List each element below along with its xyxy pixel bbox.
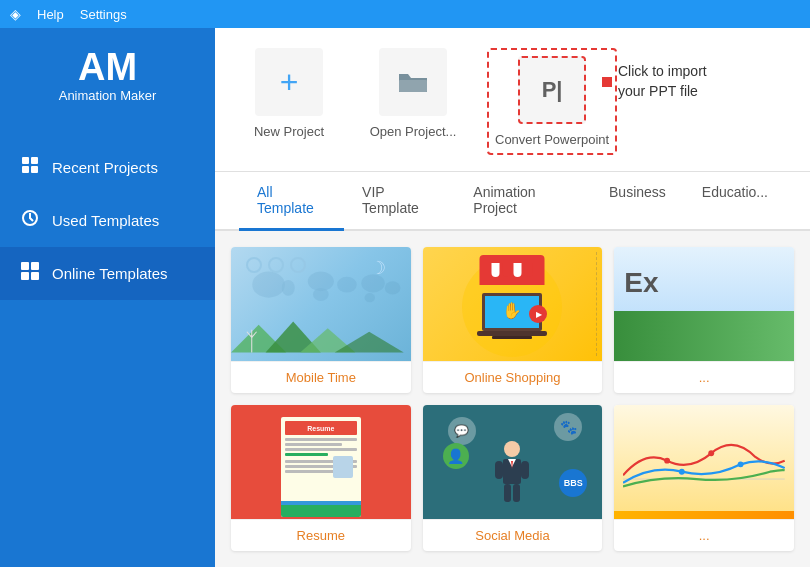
svg-point-14 <box>337 277 357 293</box>
resume-paper: Resume <box>281 417 361 517</box>
online-templates-icon <box>20 261 40 286</box>
svg-point-17 <box>385 281 401 294</box>
svg-point-43 <box>738 461 744 467</box>
online-templates-label: Online Templates <box>52 265 168 282</box>
logo-am: AM <box>78 48 137 86</box>
app-icon: ◈ <box>10 6 21 22</box>
tab-education[interactable]: Educatio... <box>684 172 786 231</box>
sidebar-item-online-templates[interactable]: Online Templates <box>0 247 215 300</box>
recent-projects-icon <box>20 155 40 180</box>
svg-point-10 <box>252 272 285 298</box>
logo-subtitle: Animation Maker <box>59 88 157 103</box>
svg-marker-21 <box>335 332 404 353</box>
template-card-online-shopping[interactable]: ✋ ▶ Online Shopping <box>423 247 603 393</box>
svg-rect-30 <box>492 336 532 339</box>
template-card-partial-2[interactable]: ... <box>614 405 794 551</box>
convert-powerpoint-button[interactable]: P| Convert Powerpoint <box>487 48 617 155</box>
mobile-time-title: Mobile Time <box>231 361 411 393</box>
template-card-resume[interactable]: Resume <box>231 405 411 551</box>
green-bar <box>614 311 794 361</box>
svg-rect-29 <box>477 331 547 336</box>
svg-rect-2 <box>22 166 29 173</box>
tab-vip-template[interactable]: VIP Template <box>344 172 455 231</box>
online-shopping-title: Online Shopping <box>423 361 603 393</box>
partial-2-thumbnail <box>614 405 794 519</box>
menu-help[interactable]: Help <box>37 7 64 22</box>
mobile-time-thumbnail: ☽ <box>231 247 411 361</box>
used-templates-label: Used Templates <box>52 212 159 229</box>
convert-powerpoint-icon: P| <box>518 56 586 124</box>
svg-point-16 <box>365 293 375 302</box>
templates-grid: ☽ Mobile Time <box>215 231 810 567</box>
svg-rect-1 <box>31 157 38 164</box>
new-project-button[interactable]: + New Project <box>239 48 339 155</box>
partial-1-title: ... <box>614 361 794 393</box>
svg-point-42 <box>679 468 685 474</box>
tab-business[interactable]: Business <box>591 172 684 231</box>
main-content: + New Project Open Project... P| <box>215 28 810 567</box>
svg-point-11 <box>282 280 295 296</box>
sidebar: AM Animation Maker Recent Projects <box>0 28 215 567</box>
svg-rect-35 <box>504 484 511 502</box>
template-card-partial-1[interactable]: Ex ... <box>614 247 794 393</box>
chat-icon: 💬 <box>448 417 476 445</box>
online-shopping-thumbnail: ✋ ▶ <box>423 247 603 361</box>
sidebar-item-used-templates[interactable]: Used Templates <box>0 194 215 247</box>
used-templates-icon <box>20 208 40 233</box>
small-avatar: 👤 <box>443 443 469 469</box>
resume-header: Resume <box>285 421 357 435</box>
person-figure <box>487 437 537 511</box>
svg-text:✋: ✋ <box>502 301 522 320</box>
paw-icon: 🐾 <box>554 413 582 441</box>
tab-animation-project[interactable]: Animation Project <box>455 172 591 231</box>
svg-rect-5 <box>21 262 29 270</box>
svg-rect-8 <box>31 272 39 280</box>
tab-all-template[interactable]: All Template <box>239 172 344 231</box>
social-title-label: Social Media <box>423 519 603 551</box>
convert-powerpoint-label: Convert Powerpoint <box>495 132 609 147</box>
new-project-label: New Project <box>254 124 324 139</box>
landscape <box>231 306 411 361</box>
svg-rect-6 <box>31 262 39 270</box>
svg-point-13 <box>313 288 329 301</box>
convert-powerpoint-wrapper: P| Convert Powerpoint Click to importyou… <box>487 48 617 155</box>
metro-bar <box>614 511 794 519</box>
sidebar-item-recent-projects[interactable]: Recent Projects <box>0 141 215 194</box>
menu-settings[interactable]: Settings <box>80 7 127 22</box>
svg-rect-36 <box>513 484 520 502</box>
svg-rect-0 <box>22 157 29 164</box>
recent-projects-label: Recent Projects <box>52 159 158 176</box>
svg-rect-9 <box>399 80 427 92</box>
svg-rect-34 <box>521 461 529 479</box>
open-project-button[interactable]: Open Project... <box>363 48 463 155</box>
metro-chart <box>623 425 785 500</box>
ex-label: Ex <box>624 267 658 299</box>
bbs-icon: BBS <box>559 469 587 497</box>
moon-icon: ☽ <box>370 257 386 279</box>
svg-rect-3 <box>31 166 38 173</box>
partial-2-title: ... <box>614 519 794 551</box>
open-project-label: Open Project... <box>370 124 457 139</box>
convert-tooltip: Click to importyour PPT file <box>602 62 707 101</box>
resume-thumbnail: Resume <box>231 405 411 519</box>
social-thumbnail: 💬 🐾 BBS 👤 <box>423 405 603 519</box>
tooltip-dot <box>602 77 612 87</box>
svg-point-40 <box>664 457 670 463</box>
sidebar-nav: Recent Projects Used Templates <box>0 141 215 300</box>
sidebar-logo: AM Animation Maker <box>59 48 157 103</box>
resume-avatar <box>333 456 353 478</box>
top-actions: + New Project Open Project... P| <box>215 28 810 172</box>
menu-bar: ◈ Help Settings <box>0 0 810 28</box>
tabs-bar: All Template VIP Template Animation Proj… <box>215 172 810 231</box>
svg-rect-33 <box>495 461 503 479</box>
clock-indicators <box>246 257 306 273</box>
template-card-social[interactable]: 💬 🐾 BBS 👤 Social Media <box>423 405 603 551</box>
svg-point-41 <box>709 450 715 456</box>
svg-point-31 <box>504 441 520 457</box>
tooltip-text: Click to importyour PPT file <box>618 62 707 101</box>
new-project-icon: + <box>255 48 323 116</box>
svg-rect-7 <box>21 272 29 280</box>
template-card-mobile-time[interactable]: ☽ Mobile Time <box>231 247 411 393</box>
partial-1-thumbnail: Ex <box>614 247 794 361</box>
resume-title-label: Resume <box>231 519 411 551</box>
